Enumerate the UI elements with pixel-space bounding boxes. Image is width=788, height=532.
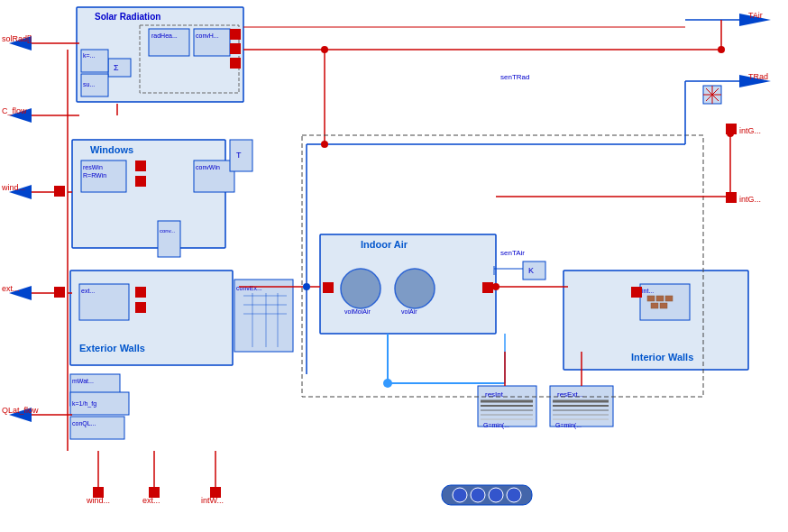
svg-text:ext...: ext... (81, 288, 95, 294)
svg-rect-51 (135, 287, 146, 298)
svg-text:C_flow: C_flow (2, 106, 27, 115)
svg-text:wind...: wind... (1, 183, 25, 192)
svg-rect-11 (230, 43, 241, 54)
svg-point-167 (321, 46, 328, 53)
svg-text:senTRad: senTRad (500, 73, 529, 81)
svg-point-173 (727, 193, 734, 200)
svg-text:Interior Walls: Interior Walls (631, 352, 693, 362)
svg-text:TRad: TRad (748, 72, 768, 81)
svg-text:intW...: intW... (201, 496, 224, 505)
svg-rect-34 (72, 140, 225, 248)
svg-rect-90 (660, 303, 667, 308)
svg-point-168 (492, 283, 499, 290)
svg-text:ext...: ext... (142, 496, 160, 505)
svg-rect-12 (230, 58, 241, 69)
svg-text:k=...: k=... (83, 52, 95, 59)
schematic-svg: Solar Radiation radHea... convH... Σ k=.… (0, 0, 788, 532)
svg-rect-68 (482, 282, 493, 293)
svg-rect-86 (647, 296, 655, 301)
diagram: Solar Radiation radHea... convH... Σ k=.… (0, 0, 788, 532)
svg-text:convH...: convH... (196, 32, 219, 39)
svg-text:senTAir: senTAir (500, 249, 525, 257)
svg-text:K: K (528, 266, 534, 275)
svg-text:T: T (236, 151, 242, 160)
svg-rect-10 (230, 29, 241, 40)
svg-text:radHea...: radHea... (151, 32, 178, 39)
svg-rect-70 (523, 261, 545, 280)
svg-rect-8 (108, 59, 131, 77)
svg-text:convWin: convWin (196, 164, 220, 170)
svg-text:R=RWin: R=RWin (83, 172, 106, 179)
svg-text:intG...: intG... (739, 195, 761, 204)
svg-text:solRad[]: solRad[] (2, 34, 32, 43)
svg-rect-52 (135, 302, 146, 313)
svg-rect-88 (665, 296, 673, 301)
svg-point-138 (471, 488, 485, 502)
svg-point-170 (383, 379, 392, 388)
svg-text:resWin: resWin (83, 164, 103, 170)
svg-point-169 (303, 283, 310, 290)
svg-rect-91 (631, 287, 642, 298)
svg-text:G=min(...: G=min(... (555, 422, 582, 429)
svg-rect-89 (651, 303, 658, 308)
svg-text:Σ: Σ (114, 63, 119, 72)
svg-text:resInt: resInt (485, 390, 504, 399)
svg-rect-45 (158, 221, 180, 257)
svg-text:mWat...: mWat... (72, 378, 94, 384)
svg-rect-67 (323, 282, 334, 293)
svg-rect-41 (230, 140, 252, 171)
svg-text:int...: int... (642, 288, 654, 294)
svg-text:QLat_flow: QLat_flow (2, 406, 39, 415)
svg-text:intG...: intG... (739, 126, 761, 135)
svg-rect-25 (54, 186, 65, 197)
svg-text:ext...: ext... (2, 284, 20, 293)
svg-text:volMoiAir: volMoiAir (344, 308, 371, 315)
svg-rect-87 (656, 296, 664, 301)
svg-text:Windows: Windows (90, 144, 133, 155)
svg-text:Exterior Walls: Exterior Walls (79, 343, 145, 353)
svg-point-137 (453, 488, 467, 502)
svg-text:su...: su... (83, 81, 95, 87)
svg-point-65 (395, 269, 435, 308)
svg-text:conQL...: conQL... (72, 420, 96, 427)
svg-point-63 (341, 269, 380, 308)
svg-text:volAir: volAir (401, 308, 417, 315)
svg-rect-43 (135, 161, 146, 171)
svg-point-171 (718, 46, 725, 53)
svg-point-166 (321, 141, 328, 148)
svg-text:convEx...: convEx... (236, 285, 262, 291)
svg-text:Solar Radiation: Solar Radiation (95, 12, 160, 22)
svg-point-172 (727, 130, 734, 137)
svg-text:Indoor Air: Indoor Air (361, 239, 408, 250)
svg-point-140 (507, 488, 521, 502)
svg-text:conv...: conv... (160, 228, 176, 234)
svg-text:k=1/h_fg: k=1/h_fg (72, 400, 96, 408)
svg-text:wind...: wind... (86, 496, 110, 505)
svg-rect-44 (135, 176, 146, 187)
svg-point-139 (489, 488, 503, 502)
svg-text:resExt...: resExt... (557, 390, 583, 399)
svg-text:TAir: TAir (748, 11, 763, 20)
svg-text:G=min(...: G=min(... (483, 422, 509, 429)
svg-rect-29 (54, 287, 65, 298)
